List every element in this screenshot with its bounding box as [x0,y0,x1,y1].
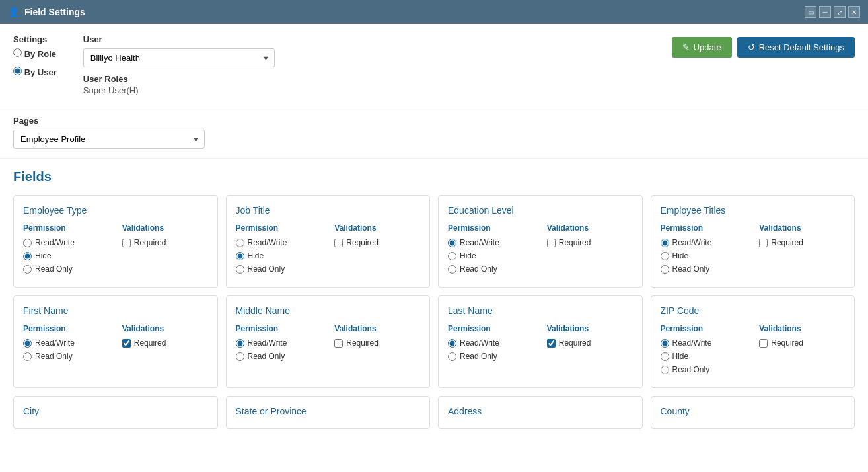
minimize-button[interactable]: ─ [819,6,831,18]
perm-ro-employee-type[interactable]: Read Only [23,264,109,274]
perm-header-middle-name: Permission [236,324,322,333]
stub-county-title: County [661,406,846,416]
update-label: Update [694,42,721,52]
required-job-title[interactable]: Required [334,238,420,247]
valid-header-employee-titles: Validations [759,223,845,233]
perm-ro-education-level[interactable]: Read Only [448,264,534,274]
field-card-employee-titles: Employee Titles Permission Read/Write Hi… [651,195,855,288]
settings-label: Settings [13,34,57,44]
title-bar-icon: 👤 [8,7,19,17]
perm-rw-middle-name[interactable]: Read/Write [236,338,322,348]
restore-button[interactable]: ▭ [805,6,816,18]
required-zip-code[interactable]: Required [759,338,845,348]
perm-valid-job-title: Permission Read/Write Hide Read Only Val… [236,223,421,278]
update-button[interactable]: ✎ Update [672,37,732,58]
perm-ro-last-name[interactable]: Read Only [448,352,534,361]
perm-header-education-level: Permission [448,223,534,233]
close-button[interactable]: ✕ [848,6,860,18]
perm-rw-last-name[interactable]: Read/Write [448,338,534,348]
field-card-last-name: Last Name Permission Read/Write Read Onl… [438,295,643,388]
user-select-wrap: Billiyo Health ▼ [83,48,275,67]
update-icon: ✎ [682,42,690,52]
perm-hide-employee-type[interactable]: Hide [23,251,109,260]
valid-header-employee-type: Validations [122,223,208,233]
perm-header-employee-type: Permission [23,223,109,233]
field-card-employee-type: Employee Type Permission Read/Write Hide… [13,195,218,288]
user-select[interactable]: Billiyo Health [83,48,275,67]
stub-state-title: State or Province [236,406,421,416]
user-roles-label: User Roles [83,74,275,84]
valid-col-zip-code: Validations Required [759,324,845,378]
perm-hide-employee-titles[interactable]: Hide [661,251,746,260]
by-user-radio[interactable] [13,67,22,75]
valid-header-first-name: Validations [122,324,208,333]
perm-valid-middle-name: Permission Read/Write Read Only Validati… [236,324,421,365]
title-bar: 👤 Field Settings ▭ ─ ⤢ ✕ [0,0,868,24]
perm-ro-first-name[interactable]: Read Only [23,352,109,361]
perm-rw-zip-code[interactable]: Read/Write [661,338,746,348]
field-card-zip-code: ZIP Code Permission Read/Write Hide Read… [651,295,855,388]
main-content: Settings By Role By User User [0,24,868,472]
perm-ro-zip-code[interactable]: Read Only [661,365,746,374]
perm-rw-employee-titles[interactable]: Read/Write [661,238,746,247]
perm-ro-employee-titles[interactable]: Read Only [661,264,746,274]
by-role-radio[interactable] [13,48,22,57]
card-title-middle-name: Middle Name [236,305,421,316]
perm-rw-first-name[interactable]: Read/Write [23,338,109,348]
pages-label: Pages [13,116,855,126]
required-employee-type[interactable]: Required [122,238,208,247]
valid-header-education-level: Validations [547,223,633,233]
required-education-level[interactable]: Required [547,238,633,247]
stub-city: City [13,396,218,429]
user-group: User Billiyo Health ▼ User Roles Super U… [83,34,275,95]
perm-rw-education-level[interactable]: Read/Write [448,238,534,247]
page-select-wrap: Employee Profile ▼ [13,130,205,149]
required-first-name[interactable]: Required [122,338,208,348]
user-roles-value: Super User(H) [83,85,275,95]
required-last-name[interactable]: Required [547,338,633,348]
valid-col-job-title: Validations Required [334,223,420,278]
top-left: Settings By Role By User User [13,34,275,95]
stub-county: County [651,396,855,429]
reset-label: Reset Default Settings [759,42,844,52]
perm-rw-job-title[interactable]: Read/Write [236,238,322,247]
card-title-zip-code: ZIP Code [661,305,846,316]
required-middle-name[interactable]: Required [334,338,420,348]
perm-ro-job-title[interactable]: Read Only [236,264,322,274]
perm-ro-middle-name[interactable]: Read Only [236,352,322,361]
card-title-employee-type: Employee Type [23,205,208,216]
by-role-option[interactable]: By Role [13,48,57,59]
valid-col-last-name: Validations Required [547,324,633,365]
card-title-first-name: First Name [23,305,208,316]
valid-col-employee-type: Validations Required [122,223,208,278]
valid-col-education-level: Validations Required [547,223,633,278]
required-employee-titles[interactable]: Required [759,238,845,247]
stub-state: State or Province [226,396,431,429]
settings-group: Settings By Role By User [13,34,57,95]
maximize-button[interactable]: ⤢ [834,6,846,18]
stub-address-title: Address [448,406,633,416]
perm-col-last-name: Permission Read/Write Read Only [448,324,534,365]
perm-valid-employee-titles: Permission Read/Write Hide Read Only Val… [661,223,846,278]
page-select[interactable]: Employee Profile [13,130,205,149]
perm-col-employee-type: Permission Read/Write Hide Read Only [23,223,109,278]
perm-header-zip-code: Permission [661,324,746,333]
perm-rw-employee-type[interactable]: Read/Write [23,238,109,247]
stub-city-title: City [23,406,208,416]
perm-hide-zip-code[interactable]: Hide [661,352,746,361]
card-title-last-name: Last Name [448,305,633,316]
settings-radio-group: By Role By User [13,48,57,81]
by-user-option[interactable]: By User [13,67,57,77]
perm-hide-job-title[interactable]: Hide [236,251,322,260]
valid-header-job-title: Validations [334,223,420,233]
perm-header-employee-titles: Permission [661,223,746,233]
top-right-buttons: ✎ Update ↺ Reset Default Settings [672,37,855,58]
perm-hide-education-level[interactable]: Hide [448,251,534,260]
fields-grid: Employee Type Permission Read/Write Hide… [13,195,855,388]
by-user-label: By User [24,67,57,77]
perm-col-first-name: Permission Read/Write Read Only [23,324,109,365]
title-bar-controls: ▭ ─ ⤢ ✕ [805,6,860,18]
fields-title: Fields [13,169,855,184]
perm-col-employee-titles: Permission Read/Write Hide Read Only [661,223,746,278]
reset-button[interactable]: ↺ Reset Default Settings [737,37,855,58]
